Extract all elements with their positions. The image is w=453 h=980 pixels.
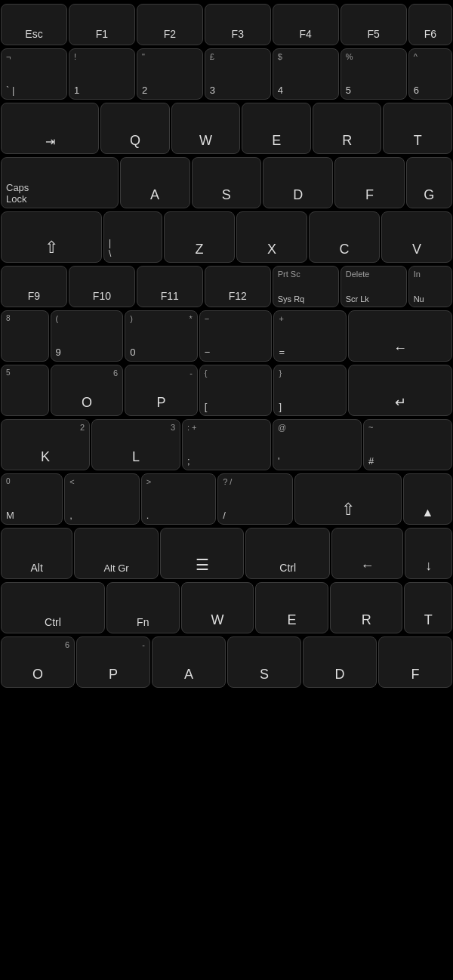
key-p[interactable]: - P	[125, 365, 198, 416]
key-arrow-down[interactable]: ↓	[405, 528, 452, 579]
key-prtsc[interactable]: Prt Sc Sys Rq	[273, 266, 339, 307]
key-brace-close[interactable]: } ]	[273, 365, 347, 416]
key-p2[interactable]: - P	[76, 636, 150, 688]
key-f6[interactable]: F6	[408, 4, 452, 45]
key-f11[interactable]: F11	[137, 266, 203, 307]
numpad-row: 8 ( 9 ) * 0 − − + = ←	[0, 310, 453, 362]
key-enter[interactable]: ↵	[348, 365, 452, 416]
key-o[interactable]: 6 O	[51, 365, 124, 416]
key-esc[interactable]: Esc	[1, 4, 67, 45]
key-1[interactable]: ! 1	[69, 48, 135, 100]
key-a2[interactable]: A	[152, 636, 226, 688]
key-2[interactable]: " 2	[137, 48, 203, 100]
key-menu[interactable]: ☰	[160, 528, 245, 579]
key-pipe[interactable]: |\	[103, 211, 162, 263]
key-insert[interactable]: In Nu	[408, 266, 452, 307]
key-6[interactable]: ^ 6	[408, 48, 452, 100]
key-w2[interactable]: W	[181, 582, 254, 633]
key-f5[interactable]: F5	[341, 4, 407, 45]
key-z[interactable]: Z	[164, 211, 235, 263]
key-comma[interactable]: < ,	[64, 473, 139, 525]
key-s2[interactable]: S	[227, 636, 301, 688]
key-minus[interactable]: − −	[199, 310, 273, 362]
key-e[interactable]: E	[242, 103, 311, 154]
key-x[interactable]: X	[236, 211, 307, 263]
key-t[interactable]: T	[383, 103, 452, 154]
key-d2[interactable]: D	[303, 636, 377, 688]
qwerty-row: ⇥ Q W E R T	[0, 102, 453, 155]
key-w[interactable]: W	[171, 103, 241, 154]
key-e2[interactable]: E	[255, 582, 328, 633]
key-f[interactable]: F	[334, 157, 405, 208]
key-fn[interactable]: Fn	[106, 582, 180, 633]
key-d[interactable]: D	[263, 157, 333, 208]
key-q[interactable]: Q	[100, 103, 170, 154]
key-brace-open[interactable]: { [	[199, 365, 273, 416]
key-alt[interactable]: Alt	[1, 528, 72, 579]
key-f3[interactable]: F3	[205, 4, 271, 45]
key-ctrl-right[interactable]: Ctrl	[245, 528, 330, 579]
key-m[interactable]: 0 M	[1, 473, 63, 525]
key-semicolon[interactable]: : + ;	[182, 419, 271, 470]
key-o2[interactable]: 6 O	[1, 636, 75, 688]
key-f10[interactable]: F10	[69, 266, 135, 307]
fn-row-top: Esc F1 F2 F3 F4 F5 F6	[0, 3, 453, 46]
last-row: 6 O - P A S D F	[0, 636, 453, 689]
key-0-paren[interactable]: ) * 0	[125, 310, 198, 362]
key-k[interactable]: 2 K	[1, 419, 90, 470]
key-3[interactable]: £ 3	[205, 48, 271, 100]
keyboard: Esc F1 F2 F3 F4 F5 F6 ¬ ` | ! 1	[0, 0, 453, 693]
key-arrow-left[interactable]: ←	[331, 528, 403, 579]
key-tab[interactable]: ⇥	[1, 103, 99, 154]
key-r[interactable]: R	[313, 103, 382, 154]
key-shift-right[interactable]: ⇧	[294, 473, 402, 525]
key-s[interactable]: S	[192, 157, 262, 208]
key-tilde[interactable]: ~ #	[363, 419, 452, 470]
key-a[interactable]: A	[120, 157, 190, 208]
key-slash[interactable]: ? / /	[217, 473, 292, 525]
key-period[interactable]: > .	[141, 473, 216, 525]
key-arrow-up[interactable]: ▲	[403, 473, 452, 525]
key-t2[interactable]: T	[404, 582, 452, 633]
kl-row: 2 K 3 L : + ; @ ' ~ #	[0, 418, 453, 471]
key-l[interactable]: 3 L	[91, 419, 180, 470]
key-5[interactable]: % 5	[341, 48, 407, 100]
key-ctrl-left[interactable]: Ctrl	[1, 582, 105, 633]
op-row: 5 6 O - P { [ } ] ↵	[0, 364, 453, 417]
key-at[interactable]: @ '	[273, 419, 362, 470]
key-shift-left[interactable]: ⇧	[1, 211, 102, 263]
key-caps-lock[interactable]: CapsLock	[1, 157, 119, 208]
zxcv-row: ⇧ |\ Z X C V	[0, 211, 453, 263]
key-f12[interactable]: F12	[205, 266, 271, 307]
nm-row: 0 M < , > . ? / / ⇧ ▲	[0, 473, 453, 525]
asdf-row: CapsLock A S D F G	[0, 156, 453, 209]
numbers-row: ¬ ` | ! 1 " 2 £ 3 $ 4 % 5 ^ 6	[0, 48, 453, 100]
key-9-paren[interactable]: ( 9	[51, 310, 124, 362]
key-8-numpad[interactable]: 8	[1, 310, 49, 362]
key-4[interactable]: $ 4	[273, 48, 339, 100]
key-f2[interactable]: F2	[137, 4, 203, 45]
ctrl-fn-row: Ctrl Fn W E R T	[0, 581, 453, 634]
key-backspace[interactable]: ←	[348, 310, 452, 362]
key-g[interactable]: G	[406, 157, 452, 208]
key-backtick[interactable]: ¬ ` |	[1, 48, 67, 100]
key-f2-last[interactable]: F	[378, 636, 452, 688]
key-delete[interactable]: Delete Scr Lk	[341, 266, 407, 307]
key-v[interactable]: V	[381, 211, 452, 263]
key-r2[interactable]: R	[330, 582, 403, 633]
bottom-row: Alt Alt Gr ☰ Ctrl ← ↓	[0, 527, 453, 580]
key-f4[interactable]: F4	[273, 4, 339, 45]
key-f9[interactable]: F9	[1, 266, 67, 307]
key-5-numpad[interactable]: 5	[1, 365, 49, 416]
key-plus[interactable]: + =	[273, 310, 347, 362]
key-f1[interactable]: F1	[69, 4, 135, 45]
fn-row-bottom: F9 F10 F11 F12 Prt Sc Sys Rq Delete Scr …	[0, 265, 453, 308]
key-c[interactable]: C	[309, 211, 380, 263]
key-altgr[interactable]: Alt Gr	[74, 528, 159, 579]
